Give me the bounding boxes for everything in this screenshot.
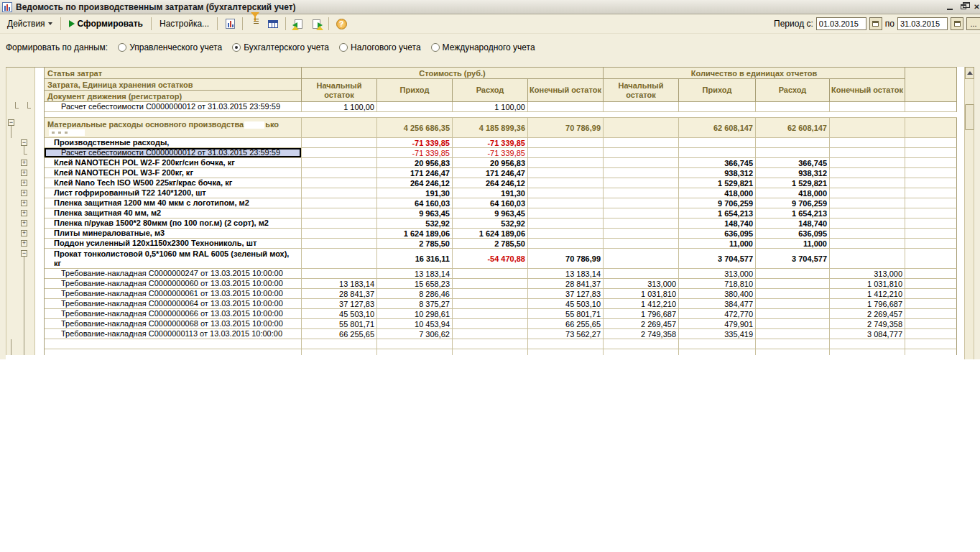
cell-end_cost[interactable] [528,138,604,148]
cell-in_qty[interactable]: 636,095 [679,229,756,239]
cell-out_cost[interactable]: -71 339,85 [453,148,528,158]
cell-in_cost[interactable]: 15 658,23 [377,279,453,289]
cell-end_cost[interactable] [528,148,604,158]
cell-start_qty[interactable]: 2 749,358 [604,329,679,339]
cell-in_cost[interactable]: 20 956,83 [377,158,453,168]
cell-start_cost[interactable]: 28 841,37 [302,289,377,299]
cell-end_qty[interactable]: 1 796,687 [830,299,905,309]
cell-start_qty[interactable] [604,249,679,269]
generate-button[interactable]: Сформировать [65,17,147,30]
cell-start_qty[interactable]: 1 031,810 [604,289,679,299]
cell-end_cost[interactable] [528,339,604,349]
scroll-up-button[interactable] [965,67,974,79]
restore-values-icon[interactable] [290,17,306,32]
cell-end_qty[interactable] [830,118,905,138]
cell-out_qty[interactable]: 3 704,577 [756,249,830,269]
cell-out_cost[interactable]: 4 185 899,36 [453,118,528,138]
row-label[interactable]: Требование-накладная С0000000061 от 13.0… [45,289,302,299]
cell-end_cost[interactable]: 13 183,14 [528,269,604,279]
cell-start_cost[interactable]: 45 503,10 [302,309,377,319]
expand-icon[interactable]: + [21,200,27,206]
radio-option[interactable]: Бухгалтерского учета [232,42,329,52]
cell-in_cost[interactable]: 8 375,27 [377,299,453,309]
row-label[interactable]: Прокат тонколистовой 0,5*1060 мм RAL 600… [45,249,302,269]
cell-in_qty[interactable] [679,102,756,112]
table-grid-icon[interactable] [265,17,281,32]
radio-option[interactable]: Международного учета [431,42,535,52]
row-label[interactable]: Пленка п/рукав 1500*2 80мкм (по 100 пог.… [45,218,302,229]
cell-in_cost[interactable]: 9 963,45 [377,208,453,218]
help-icon[interactable]: ? [333,17,349,32]
cell-start_qty[interactable] [604,138,679,148]
row-label[interactable]: Плиты минераловатные, м3 [45,229,302,239]
cell-start_cost[interactable] [302,249,377,269]
cell-start_qty[interactable] [604,178,679,188]
cell-end_qty[interactable] [830,138,905,148]
expand-icon[interactable]: + [21,190,27,196]
cell-out_cost[interactable]: 191,30 [453,188,528,198]
cell-in_cost[interactable]: 7 306,62 [377,329,453,339]
cell-out_qty[interactable]: 366,745 [756,158,830,168]
cell-start_qty[interactable] [604,198,679,208]
cell-out_cost[interactable]: 532,92 [453,218,528,229]
radio-icon[interactable] [232,43,241,52]
calendar-button[interactable] [869,17,882,30]
cell-end_cost[interactable]: 70 786,99 [528,118,604,138]
cell-start_cost[interactable] [302,208,377,218]
cell-in_qty[interactable]: 1 529,821 [679,178,756,188]
cell-end_cost[interactable]: 73 562,27 [528,329,604,339]
cell-start_cost[interactable] [302,269,377,279]
expand-icon[interactable]: + [21,240,27,247]
cell-out_cost[interactable]: 1 100,00 [453,102,528,112]
cell-out_cost[interactable] [453,309,528,319]
cell-out_cost[interactable]: 171 246,47 [453,168,528,178]
collapse-icon[interactable]: − [8,119,14,126]
row-label[interactable]: Поддон усиленный 120х1150х2300 Технонико… [45,239,302,249]
cell-in_qty[interactable]: 335,419 [679,329,756,339]
cell-in_qty[interactable]: 718,810 [679,279,756,289]
cell-end_qty[interactable] [830,349,905,355]
row-label[interactable]: Расчет себестоимости С0000000012 от 31.0… [45,102,302,112]
vertical-scrollbar[interactable] [964,67,974,359]
radio-icon[interactable] [431,43,440,52]
cell-start_cost[interactable] [302,138,377,148]
row-label[interactable]: Пленка защитная 1200 мм 40 мкм с логотип… [45,198,302,208]
cell-end_qty[interactable]: 2 269,457 [830,309,905,319]
cell-in_cost[interactable]: 1 624 189,06 [377,229,453,239]
cell-start_qty[interactable] [604,102,679,112]
cell-out_qty[interactable] [756,279,830,289]
cell-out_qty[interactable]: 62 608,147 [756,118,830,138]
cell-start_cost[interactable] [302,118,377,138]
cell-in_cost[interactable]: 532,92 [377,218,453,229]
cell-end_qty[interactable]: 313,000 [830,269,905,279]
row-label[interactable]: Требование-накладная С0000000060 от 13.0… [45,279,302,289]
cell-start_qty[interactable]: 1 412,210 [604,299,679,309]
cell-end_cost[interactable]: 45 503,10 [528,299,604,309]
period-more-button[interactable]: ... [966,17,980,30]
cell-end_cost[interactable] [528,158,604,168]
cell-start_cost[interactable] [302,158,377,168]
row-label[interactable]: Пленка защитная 40 мм, м2 [45,208,302,218]
cell-start_cost[interactable] [302,229,377,239]
cell-in_qty[interactable]: 418,000 [679,188,756,198]
row-label[interactable]: Требование-накладная С0000000066 от 13.0… [45,309,302,319]
cell-end_cost[interactable] [528,239,604,249]
settings-button[interactable]: Настройка... [156,17,213,30]
cell-in_cost[interactable]: 10 453,94 [377,319,453,329]
cell-out_cost[interactable]: 9 963,45 [453,208,528,218]
cell-start_qty[interactable] [604,148,679,158]
cell-end_qty[interactable] [830,168,905,178]
cell-end_cost[interactable] [528,188,604,198]
cell-end_cost[interactable] [528,218,604,229]
cell-in_qty[interactable] [679,138,756,148]
cell-in_qty[interactable] [679,339,756,349]
cell-end_cost[interactable] [528,102,604,112]
cell-start_qty[interactable]: 313,000 [604,279,679,289]
row-label[interactable]: Клей Nano Tech ISO W500 225кг/крас бочка… [45,178,302,188]
cell-start_cost[interactable] [302,168,377,178]
cell-start_qty[interactable] [604,158,679,168]
cell-in_cost[interactable]: 16 316,11 [377,249,453,269]
radio-icon[interactable] [118,43,126,52]
cell-start_cost[interactable] [302,339,377,349]
cell-in_cost[interactable]: 13 183,14 [377,269,453,279]
